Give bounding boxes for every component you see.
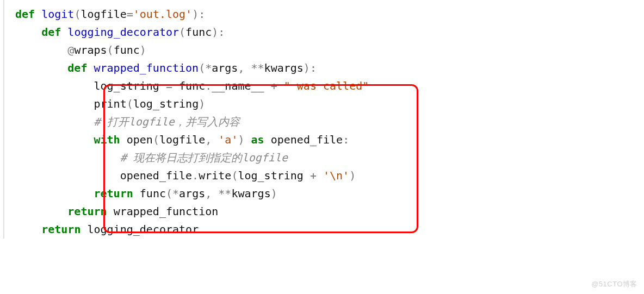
func-name: logit xyxy=(41,8,74,21)
identifier: logging_decorator xyxy=(87,223,199,236)
code-line: return wrapped_function xyxy=(0,203,644,221)
ws xyxy=(35,8,41,21)
code-line: with open(logfile, 'a') as opened_file: xyxy=(0,131,644,149)
code-line: log_string = func.__name__ + " was calle… xyxy=(0,77,644,95)
param: args xyxy=(212,61,238,74)
ws xyxy=(245,133,251,146)
ws xyxy=(133,187,140,200)
ws xyxy=(212,133,218,146)
ws xyxy=(264,133,271,146)
paren-open: ( xyxy=(179,26,185,39)
arg: log_string xyxy=(133,97,199,110)
comma: , xyxy=(205,133,212,146)
variable: opened_file xyxy=(271,133,343,146)
code-line: @wraps(func) xyxy=(0,41,644,59)
paren-open: ( xyxy=(107,43,114,57)
paren-open: ( xyxy=(199,61,205,74)
keyword: return xyxy=(67,205,107,218)
ws xyxy=(15,79,94,92)
paren-close: ) xyxy=(304,61,310,74)
star: * xyxy=(205,61,212,74)
ws xyxy=(277,79,284,92)
ws xyxy=(212,187,218,200)
colon: : xyxy=(218,26,225,39)
param: func xyxy=(114,43,140,57)
equals: = xyxy=(127,8,133,21)
paren-close: ) xyxy=(212,26,218,39)
plus: + xyxy=(271,79,277,92)
arg: args xyxy=(179,187,205,200)
dot: . xyxy=(205,79,212,92)
paren-open: ( xyxy=(127,97,133,110)
paren-open: ( xyxy=(166,187,172,200)
watermark: @51CTO博客 xyxy=(591,278,637,290)
variable: log_string xyxy=(94,79,159,92)
code-line: return logging_decorator xyxy=(0,221,644,239)
comment-hash: # xyxy=(94,115,107,128)
comment-text: 现在将日志打到指定的logfile xyxy=(133,151,288,164)
comma: , xyxy=(205,187,212,200)
ws xyxy=(15,115,94,128)
string: 'out.log' xyxy=(133,8,192,21)
arg: logfile xyxy=(159,133,205,146)
paren-close: ) xyxy=(349,169,356,182)
object: func xyxy=(179,79,205,92)
func-name: wrapped_function xyxy=(94,61,199,74)
call: open xyxy=(127,133,153,146)
ws xyxy=(107,205,114,218)
dot: . xyxy=(192,169,199,182)
comment-hash: # xyxy=(120,151,133,164)
ws xyxy=(15,151,120,164)
paren-close: ) xyxy=(140,43,146,57)
code-line: opened_file.write(log_string + '\n') xyxy=(0,167,644,185)
ws xyxy=(159,79,166,92)
paren-open: ( xyxy=(153,133,159,146)
keyword: return xyxy=(94,187,133,200)
ws xyxy=(81,223,87,236)
ws xyxy=(304,169,310,182)
keyword: with xyxy=(94,133,120,146)
string: " was called" xyxy=(284,79,369,92)
ws xyxy=(172,79,179,92)
ws xyxy=(15,43,67,57)
keyword: return xyxy=(41,223,81,236)
keyword: def xyxy=(15,8,35,21)
code-line: # 打开logfile，并写入内容 xyxy=(0,113,644,131)
keyword: def xyxy=(67,61,87,74)
ws xyxy=(15,133,94,146)
attribute: __name__ xyxy=(212,79,264,92)
code-line: return func(*args, **kwargs) xyxy=(0,185,644,203)
dstar: ** xyxy=(251,61,264,74)
dstar: ** xyxy=(218,187,231,200)
colon: : xyxy=(199,8,205,21)
param: logfile xyxy=(81,8,126,21)
decorator-name: wraps xyxy=(74,43,107,57)
ws xyxy=(264,79,271,92)
func-name: logging_decorator xyxy=(67,26,179,39)
arg: kwargs xyxy=(231,187,270,200)
ws xyxy=(87,61,94,74)
keyword: def xyxy=(41,26,61,39)
code-block: def logit(logfile='out.log'): def loggin… xyxy=(0,0,644,239)
param: kwargs xyxy=(264,61,304,74)
ws xyxy=(15,61,67,74)
ws xyxy=(15,97,94,110)
param: func xyxy=(185,26,212,39)
paren-close: ) xyxy=(238,133,244,146)
object: opened_file xyxy=(120,169,192,182)
comment-text: 打开logfile，并写入内容 xyxy=(107,115,240,128)
code-line: def wrapped_function(*args, **kwargs): xyxy=(0,59,644,77)
string: '\n' xyxy=(323,169,349,182)
equals: = xyxy=(166,79,172,92)
string: 'a' xyxy=(218,133,238,146)
paren-close: ) xyxy=(271,187,277,200)
call: print xyxy=(94,97,127,110)
code-line: def logit(logfile='out.log'): xyxy=(0,5,644,23)
ws xyxy=(15,169,120,182)
colon: : xyxy=(310,61,317,74)
code-line: def logging_decorator(func): xyxy=(0,23,644,41)
keyword: as xyxy=(251,133,264,146)
method: write xyxy=(199,169,231,182)
code-line: print(log_string) xyxy=(0,95,644,113)
code-line: # 现在将日志打到指定的logfile xyxy=(0,149,644,167)
